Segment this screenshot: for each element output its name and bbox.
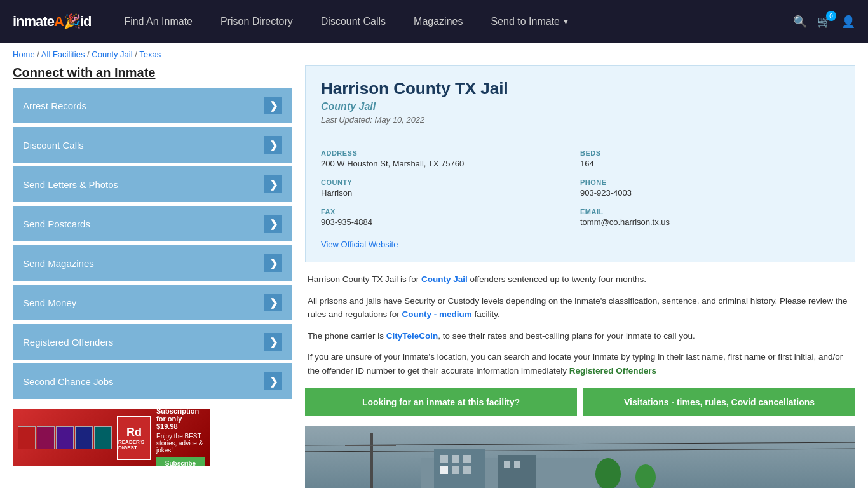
ad-cover-images bbox=[18, 426, 112, 449]
svg-rect-9 bbox=[452, 455, 459, 463]
beds-label: BEDS bbox=[580, 149, 839, 157]
svg-rect-15 bbox=[514, 461, 520, 468]
facility-type: County Jail bbox=[321, 101, 839, 112]
nav-send-to-inmate-label: Send to Inmate bbox=[491, 16, 560, 27]
detail-address: ADDRESS 200 W Houston St, Marshall, TX 7… bbox=[321, 144, 580, 173]
svg-rect-13 bbox=[463, 466, 471, 474]
detail-phone: PHONE 903-923-4003 bbox=[580, 173, 839, 203]
rd-letters: Rd bbox=[126, 426, 142, 439]
address-value: 200 W Houston St, Marshall, TX 75760 bbox=[321, 159, 580, 168]
breadcrumb-all-facilities[interactable]: All Facilities bbox=[41, 50, 85, 59]
sidebar-item-label: Second Chance Jobs bbox=[23, 376, 114, 387]
breadcrumb: Home / All Facilities / County Jail / Te… bbox=[0, 43, 868, 65]
chevron-down-icon: ▼ bbox=[562, 18, 569, 25]
visitation-button[interactable]: Visitations - times, rules, Covid cancel… bbox=[583, 388, 855, 416]
nav-prison-directory[interactable]: Prison Directory bbox=[207, 0, 307, 43]
sidebar-item-arrest-records[interactable]: Arrest Records ❯ bbox=[13, 88, 292, 123]
phone-value: 903-923-4003 bbox=[580, 188, 839, 198]
arrow-icon: ❯ bbox=[264, 175, 282, 193]
county-label: COUNTY bbox=[321, 179, 580, 186]
fax-label: FAX bbox=[321, 208, 580, 215]
navbar: inmateA🎉id Find An Inmate Prison Directo… bbox=[0, 0, 868, 43]
breadcrumb-home[interactable]: Home bbox=[13, 50, 35, 59]
arrow-icon: ❯ bbox=[264, 136, 282, 154]
svg-rect-10 bbox=[463, 455, 471, 463]
phone-label: PHONE bbox=[580, 179, 839, 186]
sidebar-item-label: Send Letters & Photos bbox=[23, 179, 118, 190]
svg-rect-8 bbox=[440, 455, 448, 463]
logo[interactable]: inmateA🎉id bbox=[13, 13, 91, 30]
ad-main-text: 1 Year Subscription for only $19.98 bbox=[156, 409, 205, 430]
beds-value: 164 bbox=[580, 159, 839, 168]
sidebar-item-label: Send Postcards bbox=[23, 219, 90, 229]
search-icon[interactable]: 🔍 bbox=[793, 15, 807, 29]
inmate-lookup-button[interactable]: Looking for an inmate at this facility? bbox=[305, 388, 577, 416]
arrow-icon: ❯ bbox=[264, 372, 282, 390]
nav-send-to-inmate[interactable]: Send to Inmate ▼ bbox=[477, 0, 583, 43]
county-value: Harrison bbox=[321, 188, 580, 198]
nav-find-inmate[interactable]: Find An Inmate bbox=[110, 0, 207, 43]
sidebar-item-send-magazines[interactable]: Send Magazines ❯ bbox=[13, 245, 292, 281]
sidebar-item-send-postcards[interactable]: Send Postcards ❯ bbox=[13, 206, 292, 241]
desc-para-1: Harrison County TX Jail is for County Ja… bbox=[308, 273, 853, 287]
navbar-links: Find An Inmate Prison Directory Discount… bbox=[110, 0, 793, 43]
county-medium-link[interactable]: County - medium bbox=[402, 309, 472, 319]
arrow-icon: ❯ bbox=[264, 215, 282, 233]
sidebar: Connect with an Inmate Arrest Records ❯ … bbox=[13, 65, 292, 488]
registered-offenders-link[interactable]: Registered Offenders bbox=[569, 366, 656, 376]
arrow-icon: ❯ bbox=[264, 294, 282, 311]
svg-rect-3 bbox=[370, 433, 373, 488]
desc-para-2: All prisons and jails have Security or C… bbox=[308, 294, 853, 322]
facility-name: Harrison County TX Jail bbox=[321, 79, 839, 98]
ad-sub-text: Enjoy the BEST stories, advice & jokes! bbox=[156, 433, 205, 454]
sidebar-item-send-money[interactable]: Send Money ❯ bbox=[13, 285, 292, 320]
svg-rect-12 bbox=[452, 466, 459, 474]
desc-para-3: The phone carrier is CityTeleCoin, to se… bbox=[308, 329, 853, 343]
ad-subscribe-button[interactable]: Subscribe Now bbox=[156, 458, 205, 467]
breadcrumb-county-jail[interactable]: County Jail bbox=[92, 50, 132, 59]
county-jail-link[interactable]: County Jail bbox=[421, 274, 468, 284]
address-label: ADDRESS bbox=[321, 149, 580, 157]
sidebar-item-registered-offenders[interactable]: Registered Offenders ❯ bbox=[13, 324, 292, 360]
detail-beds: BEDS 164 bbox=[580, 144, 839, 173]
user-icon[interactable]: 👤 bbox=[841, 15, 855, 29]
sidebar-item-label: Arrest Records bbox=[23, 100, 86, 111]
view-website-link[interactable]: View Official Website bbox=[321, 240, 839, 249]
navbar-icons: 🔍 🛒 0 👤 bbox=[793, 15, 855, 29]
nav-discount-calls[interactable]: Discount Calls bbox=[307, 0, 400, 43]
sidebar-item-second-chance-jobs[interactable]: Second Chance Jobs ❯ bbox=[13, 363, 292, 399]
logo-text: inmateA🎉id bbox=[13, 13, 91, 29]
fax-value: 903-935-4884 bbox=[321, 217, 580, 227]
svg-rect-14 bbox=[504, 461, 510, 468]
breadcrumb-texas[interactable]: Texas bbox=[139, 50, 161, 59]
email-label: EMAIL bbox=[580, 208, 839, 215]
facility-updated: Last Updated: May 10, 2022 bbox=[321, 115, 839, 125]
nav-magazines[interactable]: Magazines bbox=[400, 0, 477, 43]
description-block: Harrison County TX Jail is for County Ja… bbox=[305, 273, 855, 378]
facility-card: Harrison County TX Jail County Jail Last… bbox=[305, 65, 855, 262]
sidebar-item-send-letters[interactable]: Send Letters & Photos ❯ bbox=[13, 166, 292, 202]
email-value: tomm@co.harrison.tx.us bbox=[580, 217, 839, 227]
cart-badge: 0 bbox=[826, 11, 836, 21]
svg-rect-7 bbox=[498, 455, 536, 488]
action-buttons: Looking for an inmate at this facility? … bbox=[305, 388, 855, 416]
svg-rect-11 bbox=[440, 466, 448, 474]
ad-rd-logo: Rd READER'S DIGEST bbox=[117, 416, 151, 460]
detail-email: EMAIL tomm@co.harrison.tx.us bbox=[580, 203, 839, 232]
sidebar-item-discount-calls[interactable]: Discount Calls ❯ bbox=[13, 127, 292, 163]
facility-details: ADDRESS 200 W Houston St, Marshall, TX 7… bbox=[321, 135, 839, 232]
desc-para-4: If you are unsure of your inmate's locat… bbox=[308, 350, 853, 377]
sidebar-item-label: Send Magazines bbox=[23, 258, 94, 269]
detail-fax: FAX 903-935-4884 bbox=[321, 203, 580, 232]
arrow-icon: ❯ bbox=[264, 254, 282, 272]
sidebar-item-label: Send Money bbox=[23, 297, 76, 308]
main-content: Harrison County TX Jail County Jail Last… bbox=[305, 65, 855, 488]
page-body: Connect with an Inmate Arrest Records ❯ … bbox=[0, 65, 868, 488]
ad-text-block: 1 Year Subscription for only $19.98 Enjo… bbox=[156, 409, 205, 466]
sidebar-item-label: Registered Offenders bbox=[23, 337, 113, 348]
ad-banner[interactable]: Rd READER'S DIGEST 1 Year Subscription f… bbox=[13, 409, 210, 466]
arrow-icon: ❯ bbox=[264, 333, 282, 351]
citytelecoin-link[interactable]: CityTeleCoin bbox=[386, 331, 438, 341]
connect-title: Connect with an Inmate bbox=[13, 65, 292, 80]
cart-icon[interactable]: 🛒 0 bbox=[817, 15, 831, 29]
